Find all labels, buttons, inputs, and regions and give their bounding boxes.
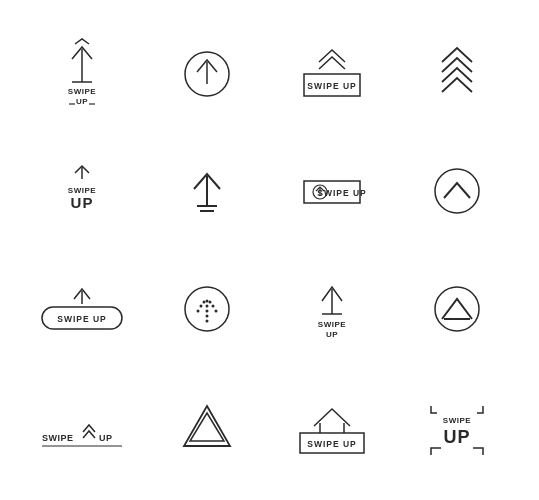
cell-16: SWIPE UP [395,368,520,486]
svg-text:SWIPE UP: SWIPE UP [307,81,357,91]
svg-text:SWIPE: SWIPE [443,416,471,425]
svg-point-40 [435,287,479,331]
cell-10 [145,250,270,368]
cell-8 [395,133,520,251]
cell-1: SWIPE UP [20,15,145,133]
svg-point-29 [206,299,209,302]
svg-text:UP: UP [443,427,470,447]
icon-grid: SWIPE UP SWIPE UP [20,15,520,485]
svg-point-27 [206,309,209,312]
cell-12 [395,250,520,368]
cell-14 [145,368,270,486]
cell-6 [145,133,270,251]
svg-point-26 [206,314,209,317]
cell-13: SWIPE UP [20,368,145,486]
cell-9: SWIPE UP [20,250,145,368]
svg-point-32 [197,309,200,312]
cell-15: SWIPE UP [270,368,395,486]
svg-point-28 [206,304,209,307]
svg-text:SWIPE UP: SWIPE UP [317,188,367,198]
cell-7: SWIPE UP [270,133,395,251]
svg-point-20 [435,169,479,213]
svg-text:SWIPE: SWIPE [318,320,346,329]
cell-2 [145,15,270,133]
svg-text:UP: UP [326,330,338,339]
cell-4 [395,15,520,133]
svg-text:UP: UP [99,433,113,443]
svg-text:SWIPE UP: SWIPE UP [307,439,357,449]
svg-text:UP: UP [76,97,88,106]
svg-point-31 [212,304,215,307]
svg-point-25 [206,319,209,322]
cell-3: SWIPE UP [270,15,395,133]
cell-11: SWIPE UP [270,250,395,368]
svg-point-34 [203,300,206,303]
cell-5: SWIPE UP [20,133,145,251]
svg-text:SWIPE: SWIPE [42,433,74,443]
svg-point-30 [200,304,203,307]
svg-text:SWIPE: SWIPE [68,87,96,96]
svg-point-24 [185,287,229,331]
svg-point-33 [215,309,218,312]
svg-text:SWIPE UP: SWIPE UP [57,314,107,324]
svg-text:UP: UP [71,194,94,211]
svg-point-35 [209,300,212,303]
